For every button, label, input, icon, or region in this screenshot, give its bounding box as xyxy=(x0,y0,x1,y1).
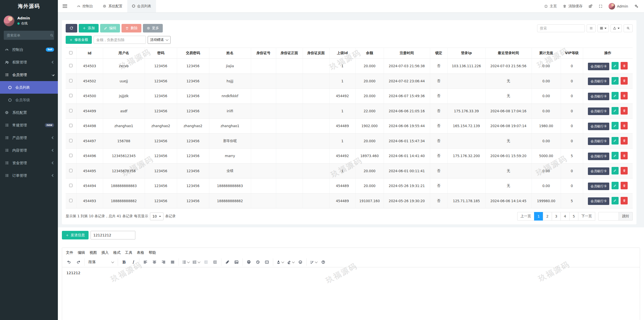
row-checkbox[interactable] xyxy=(69,199,72,202)
sidebar-item-member-level[interactable]: 会员等级 xyxy=(0,94,58,106)
redo-button[interactable] xyxy=(74,258,83,266)
jump-button[interactable]: 跳转 xyxy=(619,212,633,221)
user-menu[interactable]: Admin xyxy=(609,3,628,10)
sidebar-toggle-button[interactable] xyxy=(58,0,72,12)
editor-content[interactable]: 121212 xyxy=(62,267,640,320)
undo-button[interactable] xyxy=(65,258,73,266)
column-header[interactable]: Id xyxy=(76,48,103,59)
text-color-button[interactable] xyxy=(275,258,285,266)
bullet-list-button[interactable] xyxy=(181,258,191,266)
row-delete-button[interactable] xyxy=(621,122,628,129)
member-bankcard-button[interactable]: 会员银行卡 xyxy=(588,93,609,100)
row-edit-button[interactable] xyxy=(612,122,619,129)
editor-menu-item[interactable]: 表格 xyxy=(135,249,146,256)
tab-dashboard[interactable]: 控制台 xyxy=(72,0,98,12)
row-edit-button[interactable] xyxy=(612,107,619,115)
editor-menu-item[interactable]: 编辑 xyxy=(75,249,87,256)
link-button[interactable] xyxy=(223,258,232,266)
message-input[interactable] xyxy=(91,231,135,239)
numbered-list-button[interactable] xyxy=(191,258,201,266)
column-header[interactable]: 注册时间 xyxy=(384,48,430,59)
language-button[interactable] xyxy=(588,4,593,8)
column-header[interactable]: 交易密码 xyxy=(177,48,209,59)
help-button[interactable] xyxy=(319,258,328,266)
editor-menu-item[interactable]: 帮助 xyxy=(146,249,158,256)
export-button[interactable] xyxy=(611,24,622,32)
toggle-view-button[interactable] xyxy=(587,24,596,32)
member-bankcard-button[interactable]: 会员银行卡 xyxy=(588,183,609,190)
indent-button[interactable] xyxy=(211,258,219,266)
sidebar-item-members[interactable]: 会员管理 xyxy=(0,68,58,81)
sidebar-item-general[interactable]: 常规管理 new xyxy=(0,119,58,131)
brand-title[interactable]: 海外源码 xyxy=(0,0,58,12)
column-header[interactable]: 最近登录时间 xyxy=(485,48,532,59)
sidebar-item-dashboard[interactable]: 控制台 hot xyxy=(0,43,58,56)
align-center-button[interactable] xyxy=(150,258,159,266)
amount-input[interactable] xyxy=(94,36,146,44)
member-bankcard-button[interactable]: 会员银行卡 xyxy=(588,123,609,130)
columns-button[interactable] xyxy=(597,24,609,32)
sidebar-item-system-config[interactable]: 系统配置 xyxy=(0,106,58,119)
row-edit-button[interactable] xyxy=(612,137,619,145)
refresh-button[interactable] xyxy=(66,24,77,32)
modify-amount-button[interactable]: 修改金额 xyxy=(66,36,92,44)
row-checkbox[interactable] xyxy=(69,94,72,97)
column-header[interactable]: 锁定 xyxy=(430,48,448,59)
paragraph-format-select[interactable]: 段落 xyxy=(86,258,116,266)
member-bankcard-button[interactable]: 会员银行卡 xyxy=(588,197,609,205)
row-edit-button[interactable] xyxy=(612,92,619,99)
row-delete-button[interactable] xyxy=(621,107,628,115)
row-delete-button[interactable] xyxy=(621,152,628,159)
row-checkbox[interactable] xyxy=(69,184,72,187)
member-bankcard-button[interactable]: 会员银行卡 xyxy=(588,108,609,115)
media-button[interactable] xyxy=(263,258,271,266)
row-delete-button[interactable] xyxy=(621,167,628,174)
row-delete-button[interactable] xyxy=(621,137,628,145)
row-delete-button[interactable] xyxy=(621,77,628,85)
editor-menu-item[interactable]: 工具 xyxy=(123,249,135,256)
sidebar-item-permissions[interactable]: 权限管理 xyxy=(0,56,58,68)
highlight-color-button[interactable] xyxy=(286,258,296,266)
search-toggle-button[interactable] xyxy=(624,24,633,32)
sidebar-item-orders[interactable]: 订单管理 xyxy=(0,169,58,182)
add-button[interactable]: 添加 xyxy=(79,24,99,32)
delete-button[interactable]: 删除 xyxy=(122,24,141,32)
spellcheck-button[interactable] xyxy=(308,258,318,266)
member-bankcard-button[interactable]: 会员银行卡 xyxy=(588,63,609,70)
row-edit-button[interactable] xyxy=(612,152,619,159)
member-bankcard-button[interactable]: 会员银行卡 xyxy=(588,137,609,145)
page-button-4[interactable]: 4 xyxy=(560,212,570,221)
page-button-3[interactable]: 3 xyxy=(552,212,561,221)
row-edit-button[interactable] xyxy=(612,77,619,85)
page-button-5[interactable]: 5 xyxy=(569,212,578,221)
sidebar-item-member-list[interactable]: 会员列表 xyxy=(0,81,58,94)
sidebar-item-funds[interactable]: 资金管理 xyxy=(0,157,58,169)
bold-button[interactable]: B xyxy=(120,258,128,266)
column-header[interactable]: 余额 xyxy=(355,48,384,59)
column-header[interactable]: 用户名 xyxy=(103,48,145,59)
column-header[interactable]: 上级id xyxy=(329,48,355,59)
edit-button[interactable]: 编辑 xyxy=(100,24,120,32)
row-checkbox[interactable] xyxy=(69,154,72,157)
editor-menu-item[interactable]: 格式 xyxy=(111,249,123,256)
column-header[interactable]: 密码 xyxy=(145,48,177,59)
jump-page-input[interactable] xyxy=(598,212,619,221)
tab-system-config[interactable]: 系统配置 xyxy=(98,0,127,12)
row-edit-button[interactable] xyxy=(612,62,619,69)
fullscreen-button[interactable] xyxy=(599,4,602,8)
row-delete-button[interactable] xyxy=(621,182,628,189)
member-bankcard-button[interactable]: 会员银行卡 xyxy=(588,153,609,160)
table-search-input[interactable] xyxy=(537,24,585,32)
send-message-button[interactable]: 发送信息 xyxy=(62,231,89,239)
row-checkbox[interactable] xyxy=(69,64,72,67)
more-button[interactable]: 更多 xyxy=(143,24,163,32)
page-button-1[interactable]: 1 xyxy=(534,212,543,221)
column-header[interactable]: 姓名 xyxy=(209,48,251,59)
row-checkbox[interactable] xyxy=(69,169,72,172)
editor-menu-item[interactable]: 视图 xyxy=(87,249,99,256)
row-delete-button[interactable] xyxy=(621,62,628,69)
emoticons-button[interactable] xyxy=(296,258,305,266)
italic-button[interactable]: I xyxy=(129,258,137,266)
print-button[interactable] xyxy=(245,258,253,266)
column-header[interactable]: 累计充值 xyxy=(532,48,561,59)
